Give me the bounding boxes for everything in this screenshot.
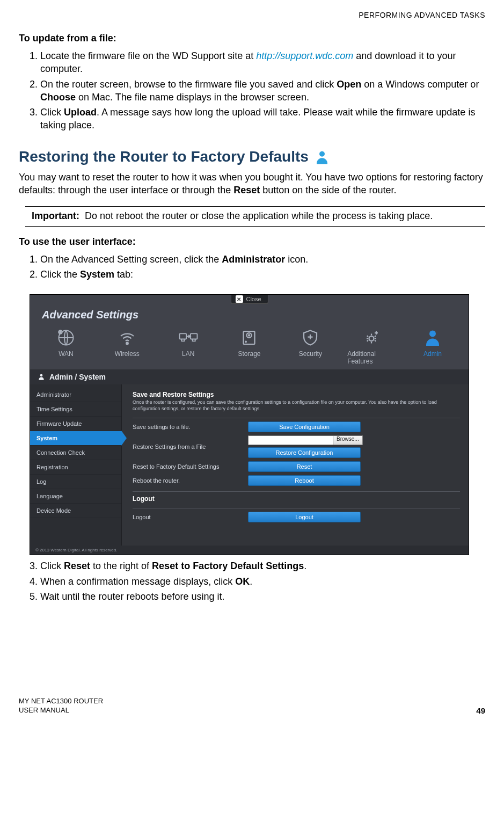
important-label: Important: [32, 210, 79, 222]
restore-defaults-heading: Restoring the Router to Factory Defaults [19, 148, 309, 165]
svg-point-11 [429, 331, 436, 337]
svg-rect-4 [179, 334, 186, 339]
page-section-header: PERFORMING ADVANCED TASKS [19, 11, 485, 19]
ui-step-3-e: . [304, 561, 306, 571]
shield-plus-icon [300, 328, 320, 348]
ui-step-2-b: System [80, 269, 114, 280]
step-2-a: On the router screen, browse to the firm… [40, 79, 337, 90]
update-file-heading: To update from a file: [19, 33, 485, 44]
ui-step-2-a: Click the [40, 269, 80, 280]
step-2-e: on Mac. The file name displays in the br… [76, 92, 309, 103]
step-2-c: on a Windows computer or [361, 79, 479, 90]
nav-lan-label: LAN [182, 350, 194, 358]
admin-main-panel: Save and Restore Settings Once the route… [122, 384, 469, 546]
storage-icon [239, 328, 259, 348]
step-1-text-a: Locate the firmware file on the WD Suppo… [40, 50, 256, 61]
breadcrumb-text: Admin / System [49, 373, 106, 381]
important-note: Important: Do not reboot the router or c… [25, 206, 485, 226]
restore-file-label: Restore Settings from a File [133, 443, 248, 450]
ui-step-1-a: On the Advanced Setting screen, click th… [40, 254, 222, 265]
step-2: On the router screen, browse to the firm… [40, 78, 485, 104]
svg-point-3 [126, 343, 128, 345]
footer-product: MY NET AC1300 ROUTER USER MANUAL [19, 697, 103, 715]
use-ui-heading: To use the user interface: [19, 236, 485, 248]
nav-wireless[interactable]: Wireless [103, 328, 151, 365]
wifi-icon [117, 328, 137, 348]
admin-small-icon [38, 373, 45, 381]
reset-factory-label: Reset to Factory Default Settings [133, 463, 248, 470]
nav-admin[interactable]: Admin [408, 328, 457, 365]
svg-point-9 [246, 341, 247, 343]
globe-gear-icon [56, 328, 76, 348]
sidebar-item-time[interactable]: Time Settings [30, 402, 121, 417]
nav-security[interactable]: Security [286, 328, 334, 365]
nav-storage[interactable]: Storage [225, 328, 273, 365]
save-restore-desc: Once the router is configured, you can s… [133, 399, 460, 412]
svg-point-8 [249, 335, 250, 336]
ui-step-1: On the Advanced Setting screen, click th… [40, 253, 485, 266]
sidebar-item-administrator[interactable]: Administrator [30, 388, 121, 402]
sidebar-item-firmware[interactable]: Firmware Update [30, 417, 121, 431]
ui-step-4-c: . [250, 576, 252, 587]
nav-storage-label: Storage [238, 350, 260, 358]
logout-button[interactable]: Logout [248, 512, 361, 522]
nav-lan[interactable]: LAN [164, 328, 213, 365]
step-3: Click Upload. A message says how long th… [40, 106, 485, 132]
ui-step-3-d: Reset to Factory Default Settings [152, 561, 304, 571]
reboot-label: Reboot the router. [133, 477, 248, 484]
close-label: Close [246, 296, 261, 302]
ui-step-3-a: Click [40, 561, 64, 571]
svg-point-0 [319, 151, 325, 157]
nav-admin-label: Admin [423, 350, 442, 358]
ui-step-5: Wait until the router reboots before usi… [40, 590, 485, 603]
reset-button[interactable]: Reset [248, 461, 361, 472]
footer-line2: USER MANUAL [19, 706, 103, 715]
nav-additional-label: Additional Features [347, 350, 396, 365]
sidebar-item-language[interactable]: Language [30, 489, 121, 504]
footer-line1: MY NET AC1300 ROUTER [19, 697, 103, 706]
use-ui-steps-pre: On the Advanced Setting screen, click th… [20, 253, 485, 281]
sidebar-item-connection-check[interactable]: Connection Check [30, 446, 121, 460]
step-2-b: Open [337, 79, 361, 90]
ui-step-3-c: to the right of [90, 561, 152, 571]
step-3-a: Click [40, 107, 64, 118]
router-ui-screenshot: ✕ Close Advanced Settings WAN Wireless L… [30, 294, 469, 555]
browse-button[interactable]: Browse... [333, 435, 363, 445]
ui-step-4-b: OK [235, 576, 250, 587]
sidebar-item-device-mode[interactable]: Device Mode [30, 504, 121, 518]
nav-additional[interactable]: Additional Features [347, 328, 396, 365]
restore-configuration-button[interactable]: Restore Configuration [248, 447, 361, 458]
nav-wan[interactable]: WAN [42, 328, 90, 365]
important-text: Do not reboot the router or close the ap… [85, 210, 433, 222]
svg-point-12 [40, 374, 43, 377]
update-file-steps: Locate the firmware file on the WD Suppo… [20, 49, 485, 132]
ui-step-4: When a confirmation message displays, cl… [40, 575, 485, 588]
support-link[interactable]: http://support.wdc.com [256, 50, 353, 61]
top-nav: WAN Wireless LAN Storage Security Additi… [30, 328, 469, 369]
close-tab[interactable]: ✕ Close [230, 295, 268, 304]
save-restore-title: Save and Restore Settings [133, 391, 460, 398]
admin-person-icon [314, 149, 330, 165]
nav-wan-label: WAN [59, 350, 74, 358]
nav-wireless-label: Wireless [115, 350, 140, 358]
sidebar-item-log[interactable]: Log [30, 475, 121, 489]
step-3-b: Upload [64, 107, 97, 118]
restore-file-input[interactable] [248, 435, 333, 445]
sidebar-item-system[interactable]: System [30, 431, 121, 446]
screenshot-title: Advanced Settings [30, 304, 469, 328]
admin-icon [422, 328, 443, 348]
restore-intro-c: button on the side of the router. [260, 185, 396, 195]
svg-rect-5 [190, 334, 197, 339]
ui-step-1-b: Administrator [222, 254, 285, 265]
close-icon[interactable]: ✕ [235, 295, 243, 303]
reboot-button[interactable]: Reboot [248, 475, 361, 486]
screenshot-topbar: ✕ Close [30, 295, 469, 304]
ui-step-2: Click the System tab: [40, 268, 485, 281]
admin-sidebar: Administrator Time Settings Firmware Upd… [30, 384, 122, 546]
breadcrumb: Admin / System [30, 369, 469, 384]
save-configuration-button[interactable]: Save Configuration [248, 421, 361, 432]
step-3-c: . A message says how long the upload wil… [40, 107, 475, 130]
gear-plus-icon [361, 328, 382, 348]
sidebar-item-registration[interactable]: Registration [30, 460, 121, 475]
use-ui-steps-post: Click Reset to the right of Reset to Fac… [20, 559, 485, 603]
